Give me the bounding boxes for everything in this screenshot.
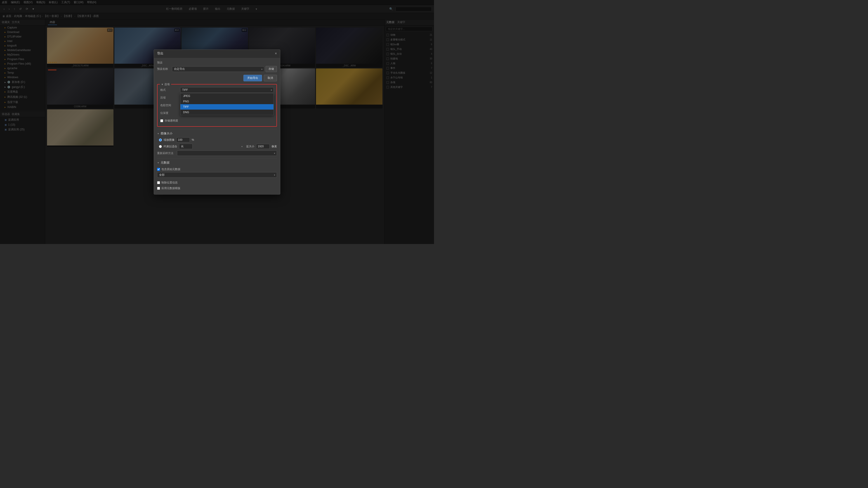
scale-row: 缩放图像 % [157,137,277,142]
fit-direction-wrapper: 长 宽 ▾ [179,144,244,149]
include-metadata-checkbox[interactable] [157,168,160,171]
format-label: 格式 [160,88,178,92]
save-alpha-row: 存储透明度 [160,118,274,124]
dropdown-item-tiff[interactable]: TIFF [180,104,274,109]
fit-label: 约束以适合 [164,144,177,149]
preset-input-wrapper: ▾ [172,66,264,72]
chevron-down-icon: ▾ [241,145,243,148]
preset-section-label: 预设 [157,61,277,65]
fit-unit: 像素 [272,144,277,149]
fit-size-input[interactable] [256,144,270,149]
fit-size-label: 近大小 [246,144,254,149]
save-alpha-label: 存储透明度 [164,119,178,123]
collapse-icon[interactable]: ▼ [161,83,163,86]
image-size-section: ▼ 图像大小 缩放图像 % 约束以适合 长 宽 [157,129,277,156]
format-select[interactable]: TIFF JPEG PNG DNG [180,87,274,93]
metadata-section: ▼ 元数据 包含原始元数据 全部 ▾ [157,158,277,191]
copy-location-label: 制除位置信息 [161,181,178,185]
resample-select[interactable] [177,151,277,156]
scale-label: 缩放图像 [164,138,175,142]
dropdown-item-jpeg[interactable]: JPEG [180,93,274,99]
colorspace-label: 色彩空间 [160,103,178,107]
format-select-wrapper: TIFF JPEG PNG DNG ▾ JPEG PNG TIFF DNG [180,87,274,93]
metadata-collapse[interactable]: ▼ 元数据 [157,161,277,165]
start-export-button[interactable]: 开始导出 [243,75,262,81]
include-metadata-row: 包含原始元数据 [157,166,277,172]
metadata-label: 元数据 [161,161,169,165]
options-section: ▼ 选项 格式 TIFF JPEG PNG DNG ▾ [157,84,277,127]
scale-value-input[interactable] [176,137,190,142]
options-section-title: ▼ 选项 [160,83,171,86]
dropdown-item-png[interactable]: PNG [180,99,274,104]
image-size-collapse[interactable]: ▼ 图像大小 [157,131,277,135]
apply-template-checkbox[interactable] [157,187,160,190]
apply-template-row: 应用元数据模版 [157,186,277,191]
resample-label: 重新采样方法 [157,151,175,155]
modal-title: 导出 [157,52,163,56]
compression-label: 压缩 [160,96,178,100]
resample-select-wrapper: ▾ [177,151,277,156]
scale-radio[interactable] [159,138,162,141]
include-metadata-label: 包含原始元数据 [161,167,180,171]
modal-body: 预设 预设名称 ▾ 存储 开始导出 取消 ▼ 选项 [154,58,280,194]
preset-name-label: 预设名称 [157,67,170,71]
options-label: 选项 [164,83,170,86]
dropdown-item-dng[interactable]: DNG [180,109,274,115]
image-size-label: 图像大小 [161,131,173,135]
collapse-icon: ▼ [157,132,159,135]
apply-template-label: 应用元数据模版 [161,186,180,190]
modal-close-button[interactable]: × [275,52,277,56]
format-dropdown: JPEG PNG TIFF DNG [180,93,274,115]
scale-unit: % [192,138,194,141]
metadata-scope-row: 全部 ▾ [157,172,277,177]
resample-row: 重新采样方法 ▾ [157,151,277,156]
fit-radio[interactable] [159,145,162,148]
save-alpha-checkbox[interactable] [160,119,163,122]
modal-action-buttons: 开始导出 取消 [157,75,277,81]
modal-overlay: 导出 × 预设 预设名称 ▾ 存储 开始导出 取消 [0,0,434,244]
preset-name-input[interactable] [172,66,264,72]
format-row: 格式 TIFF JPEG PNG DNG ▾ JPEG PNG [160,87,274,93]
modal-title-bar: 导出 × [154,50,280,58]
preset-name-row: 预设名称 ▾ 存储 [157,66,277,72]
copy-location-row: 制除位置信息 [157,180,277,186]
collapse-icon: ▼ [157,162,159,164]
preset-section: 预设 预设名称 ▾ 存储 [157,61,277,72]
fit-direction-select[interactable]: 长 宽 [179,144,193,149]
metadata-scope-wrapper: 全部 ▾ [157,172,277,177]
save-preset-button[interactable]: 存储 [266,66,277,72]
metadata-scope-select[interactable]: 全部 [157,172,277,177]
fit-row: 约束以适合 长 宽 ▾ 近大小 像素 [157,144,277,149]
copy-location-checkbox[interactable] [157,181,160,184]
bitdepth-label: 位深度 [160,111,178,115]
cancel-button[interactable]: 取消 [264,75,277,81]
export-modal: 导出 × 预设 预设名称 ▾ 存储 开始导出 取消 [154,50,280,195]
